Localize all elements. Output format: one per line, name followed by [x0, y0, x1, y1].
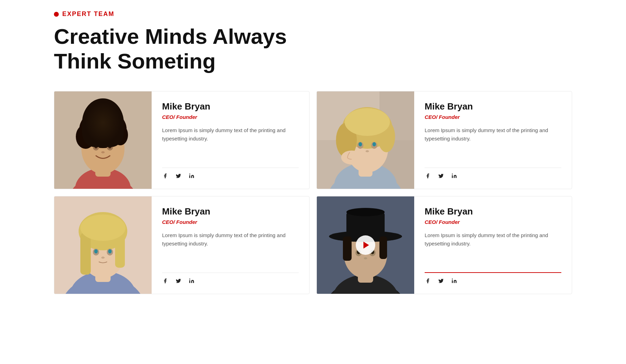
- svg-rect-58: [343, 236, 352, 261]
- play-icon-4: [363, 242, 369, 249]
- team-grid: Mike Bryan CEO/ Founder Lorem Ipsum is s…: [54, 91, 572, 294]
- social-icons-4: [425, 272, 561, 284]
- section-title: Creative Minds Always Think Someting: [54, 24, 572, 74]
- svg-point-57: [346, 208, 385, 216]
- member-title-4: CEO/ Founder: [425, 219, 561, 225]
- team-photo-1: [54, 91, 152, 189]
- social-icons-2: [425, 168, 561, 179]
- team-photo-4: [317, 196, 414, 294]
- twitter-icon-1[interactable]: [175, 173, 182, 179]
- team-card-4: Mike Bryan CEO/ Founder Lorem Ipsum is s…: [316, 196, 572, 294]
- svg-point-48: [189, 278, 190, 280]
- play-button-4[interactable]: [356, 235, 375, 255]
- svg-point-65: [452, 278, 453, 280]
- section-label-text: EXPERT TEAM: [62, 10, 114, 18]
- team-card-content-1: Mike Bryan CEO/ Founder Lorem Ipsum is s…: [152, 91, 309, 189]
- member-bio-2: Lorem Ipsum is simply dummy text of the …: [425, 126, 561, 143]
- team-photo-3: [54, 196, 152, 294]
- facebook-icon-3[interactable]: [162, 278, 168, 284]
- member-name-1: Mike Bryan: [162, 101, 299, 112]
- svg-point-12: [108, 144, 112, 148]
- social-icons-1: [162, 168, 299, 179]
- svg-point-25: [345, 108, 390, 136]
- person3-svg: [54, 196, 152, 294]
- svg-point-29: [372, 142, 376, 146]
- svg-point-47: [101, 257, 105, 259]
- facebook-icon-2[interactable]: [425, 173, 431, 179]
- team-card-content-3: Mike Bryan CEO/ Founder Lorem Ipsum is s…: [152, 196, 309, 294]
- svg-point-28: [359, 142, 362, 146]
- svg-rect-59: [379, 236, 387, 259]
- team-card-content-2: Mike Bryan CEO/ Founder Lorem Ipsum is s…: [414, 91, 572, 189]
- svg-point-42: [80, 215, 126, 241]
- linkedin-icon-3[interactable]: [188, 278, 195, 284]
- svg-point-31: [341, 151, 362, 164]
- svg-point-7: [113, 124, 128, 145]
- linkedin-icon-2[interactable]: [451, 173, 457, 179]
- member-bio-4: Lorem Ipsum is simply dummy text of the …: [425, 231, 561, 248]
- twitter-icon-4[interactable]: [438, 278, 444, 284]
- section-label: EXPERT TEAM: [54, 10, 572, 18]
- team-card-2: Mike Bryan CEO/ Founder Lorem Ipsum is s…: [316, 91, 572, 189]
- facebook-icon-1[interactable]: [162, 173, 168, 179]
- svg-point-14: [189, 173, 190, 175]
- member-title-1: CEO/ Founder: [162, 114, 299, 120]
- linkedin-icon-1[interactable]: [188, 173, 195, 179]
- svg-point-5: [79, 110, 127, 148]
- svg-point-46: [108, 249, 112, 253]
- svg-point-45: [94, 249, 98, 253]
- member-bio-3: Lorem Ipsum is simply dummy text of the …: [162, 231, 299, 248]
- twitter-icon-2[interactable]: [438, 173, 444, 179]
- social-icons-3: [162, 273, 299, 284]
- team-card-content-4: Mike Bryan CEO/ Founder Lorem Ipsum is s…: [414, 196, 572, 294]
- team-card-3: Mike Bryan CEO/ Founder Lorem Ipsum is s…: [54, 196, 310, 294]
- team-card-1: Mike Bryan CEO/ Founder Lorem Ipsum is s…: [54, 91, 310, 189]
- svg-rect-40: [80, 233, 91, 275]
- facebook-icon-4[interactable]: [425, 278, 431, 284]
- member-name-4: Mike Bryan: [425, 206, 561, 217]
- svg-point-13: [101, 151, 105, 153]
- linkedin-icon-4[interactable]: [451, 278, 457, 284]
- svg-point-4: [81, 124, 125, 174]
- svg-point-30: [366, 150, 369, 152]
- member-name-3: Mike Bryan: [162, 206, 299, 217]
- section-dot: [54, 12, 59, 17]
- svg-point-6: [76, 124, 95, 149]
- page-container: EXPERT TEAM Creative Minds Always Think …: [0, 0, 626, 315]
- svg-point-11: [94, 144, 98, 148]
- team-photo-2: [317, 91, 414, 189]
- svg-point-32: [452, 173, 453, 175]
- svg-point-64: [364, 257, 367, 259]
- member-name-2: Mike Bryan: [425, 101, 561, 112]
- member-bio-1: Lorem Ipsum is simply dummy text of the …: [162, 126, 299, 143]
- member-title-3: CEO/ Founder: [162, 219, 299, 225]
- member-title-2: CEO/ Founder: [425, 114, 561, 120]
- person2-svg: [317, 91, 414, 189]
- person1-svg: [54, 91, 152, 189]
- svg-point-8: [82, 111, 124, 138]
- twitter-icon-3[interactable]: [175, 278, 182, 284]
